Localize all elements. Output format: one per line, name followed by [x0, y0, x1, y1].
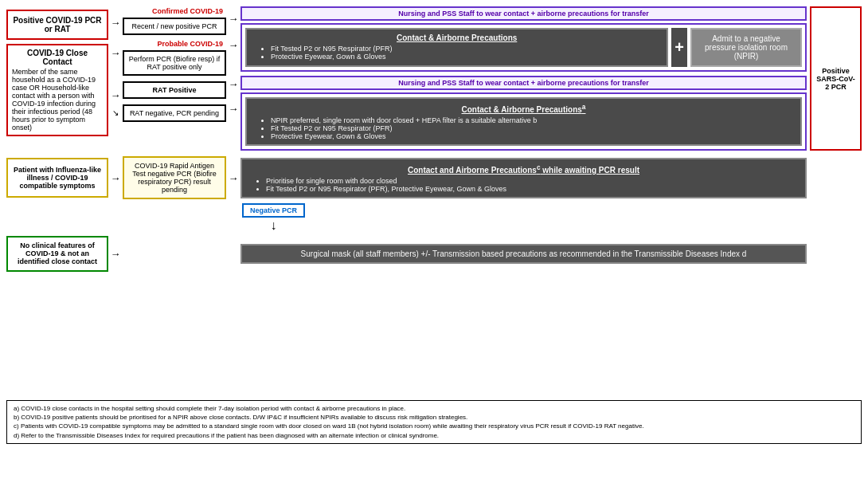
negative-pcr-box: Negative PCR: [242, 203, 305, 218]
arrow-rat-neg: →: [229, 172, 239, 184]
arrow2: →: [111, 48, 121, 58]
down-arrow: ↓: [271, 218, 277, 233]
precaution2-item3: Protective Eyewear, Gown & Gloves: [271, 132, 794, 140]
precaution3-item2: Fit Tested P2 or N95 Respirator (PFR), P…: [266, 185, 799, 193]
precaution2-item2: Fit Tested P2 or N95 Respirator (PFR): [271, 124, 794, 132]
npir-box: Admit to a negative pressure isolation r…: [690, 28, 802, 67]
rat-negative-box: RAT negative, PCR pending: [123, 104, 226, 122]
footnote-d: d) Refer to the Transmissible Diseases I…: [14, 431, 854, 440]
positive-covid-box: Positive COVID-19 PCR or RAT: [6, 10, 108, 40]
confirmed-label: Confirmed COVID-19: [152, 7, 223, 15]
precaution-box-2: Contact & Airborne Precautionsa NPIR pre…: [245, 97, 802, 146]
close-contact-title: COVID-19 Close Contact: [12, 49, 103, 66]
arrow-mid2: →: [229, 39, 239, 51]
arrow-mid1: →: [229, 13, 239, 25]
precaution2-item1: NPIR preferred, single room with door cl…: [271, 116, 794, 124]
precaution-box-3: Contact and Airborne Precautionsc while …: [240, 158, 807, 198]
nursing-note-1: Nursing and PSS Staff to wear contact + …: [240, 6, 807, 21]
surgical-box: Surgical mask (all staff members) +/- Tr…: [240, 244, 807, 264]
arrow-no-clinical: →: [111, 248, 121, 260]
precaution-title-3: Contact and Airborne Precautionsc while …: [248, 163, 799, 175]
no-clinical-box: No clinical features of COVID-19 & not a…: [6, 236, 108, 272]
rat-positive-box: RAT Positive: [123, 81, 226, 99]
arrow-mid4: →: [229, 103, 239, 115]
perform-pcr-box: Perform PCR (Biofire resp) if RAT positi…: [123, 50, 226, 76]
precaution3-item1: Prioritise for single room with door clo…: [266, 177, 799, 185]
footnote-a: a) COVID-19 close contacts in the hospit…: [14, 404, 854, 413]
footnote-b: b) COVID-19 positive patients should be …: [14, 413, 854, 422]
sars-box: Positive SARS-CoV-2 PCR: [810, 6, 862, 151]
precaution1-item1: Fit Tested P2 or N95 Respirator (PFR): [271, 45, 660, 53]
rat-negative-pcr-box: COVID-19 Rapid Antigen Test negative PCR…: [123, 156, 226, 199]
close-contact-box: COVID-19 Close Contact Member of the sam…: [6, 44, 108, 136]
arrow-down: ↘: [112, 108, 119, 117]
precaution1-item2: Protective Eyewear, Gown & Gloves: [271, 53, 660, 61]
arrow3: →: [111, 90, 121, 100]
precaution-title-1: Contact & Airborne Precautions: [253, 33, 660, 42]
main-container: Positive COVID-19 PCR or RAT COVID-19 Cl…: [0, 0, 868, 483]
probable-label: Probable COVID-19: [157, 40, 223, 48]
arrow1: →: [111, 18, 121, 28]
arrow-influenza: →: [111, 172, 121, 184]
recent-pcr-box: Recent / new positive PCR: [123, 18, 226, 35]
close-contact-body: Member of the same household as a COVID-…: [12, 68, 103, 132]
footnotes: a) COVID-19 close contacts in the hospit…: [6, 400, 862, 444]
arrow-mid3: →: [229, 78, 239, 90]
precaution-title-2: Contact & Airborne Precautionsa: [253, 103, 794, 114]
plus-sign: +: [671, 28, 687, 67]
precaution-box-1: Contact & Airborne Precautions Fit Teste…: [245, 28, 668, 67]
influenza-box: Patient with Influenza-like illness / CO…: [6, 158, 108, 198]
footnote-c: c) Patients with COVID-19 compatible sym…: [14, 422, 854, 430]
nursing-note-2: Nursing and PSS Staff to wear contact + …: [240, 76, 807, 90]
